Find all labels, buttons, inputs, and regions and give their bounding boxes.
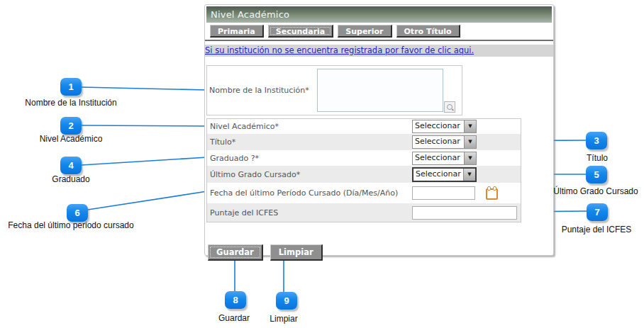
chevron-down-icon[interactable]: ▼ <box>463 169 475 181</box>
row-graduado: Graduado ?* Seleccionar ▼ <box>207 150 521 166</box>
callout-badge-5: 5 <box>586 166 607 183</box>
tab-secundaria[interactable]: Secundaria <box>268 25 333 38</box>
callout-line-2 <box>82 125 207 126</box>
callout-label-6: Fecha del último periodo cursado <box>8 220 133 230</box>
chevron-down-icon[interactable]: ▼ <box>464 152 476 164</box>
action-buttons: Guardar Limpiar <box>205 244 553 261</box>
search-icon-handle <box>452 108 454 111</box>
row-puntaje-icfes: Puntaje del ICFES <box>207 203 521 222</box>
callout-label-3: Título <box>587 153 608 163</box>
ultimo-grado-select[interactable]: Seleccionar ▼ <box>412 167 477 182</box>
nivel-academico-panel: Nivel Académico Primaria Secundaria Supe… <box>204 4 554 256</box>
tab-primaria[interactable]: Primaria <box>210 25 264 38</box>
panel-title: Nivel Académico <box>206 6 552 23</box>
row-ultimo-grado: Último Grado Cursado* Seleccionar ▼ <box>207 166 521 183</box>
callout-label-7: Puntaje del ICFES <box>562 225 632 234</box>
callout-badge-6: 6 <box>67 204 88 222</box>
chevron-down-icon[interactable]: ▼ <box>464 136 476 148</box>
form-rows: Nivel Académico* Seleccionar ▼ Título* S… <box>206 118 521 222</box>
callout-label-1: Nombre de la Institución <box>25 98 116 108</box>
registration-link-bar: Si su institución no se encuentra regist… <box>205 45 553 57</box>
titulo-label: Título* <box>207 137 412 147</box>
tab-superior[interactable]: Superior <box>338 25 392 38</box>
row-fecha-periodo: Fecha del último Período Cursado (Día/Me… <box>207 183 521 203</box>
institution-box: Nombre de la Institución* <box>206 65 462 115</box>
nivel-academico-select-value: Seleccionar <box>413 120 464 132</box>
titulo-select-value: Seleccionar <box>413 136 464 148</box>
graduado-select[interactable]: Seleccionar ▼ <box>412 152 477 165</box>
nivel-academico-label: Nivel Académico* <box>207 122 412 131</box>
clear-button[interactable]: Limpiar <box>270 244 323 261</box>
callout-label-4: Graduado <box>52 174 89 184</box>
tab-bar: Primaria Secundaria Superior Otro Título <box>205 25 553 38</box>
callout-label-9: Limpiar <box>270 314 297 324</box>
ultimo-grado-select-value: Seleccionar <box>413 169 463 181</box>
calendar-icon[interactable] <box>486 188 498 200</box>
graduado-label: Graduado ?* <box>207 154 412 163</box>
callout-badge-8: 8 <box>225 291 246 309</box>
tab-otro-titulo[interactable]: Otro Título <box>396 25 460 38</box>
puntaje-icfes-label: Puntaje del ICFES <box>207 208 412 217</box>
fecha-periodo-label: Fecha del último Período Cursado (Día/Me… <box>207 188 412 198</box>
chevron-down-icon[interactable]: ▼ <box>464 120 476 132</box>
graduado-select-value: Seleccionar <box>413 152 464 164</box>
institution-search-button[interactable] <box>444 101 455 113</box>
row-nivel-academico: Nivel Académico* Seleccionar ▼ <box>207 119 521 134</box>
callout-badge-9: 9 <box>276 292 297 310</box>
callout-label-8: Guardar <box>218 313 250 323</box>
callout-label-2: Nivel Académico <box>40 134 103 144</box>
institution-textarea[interactable] <box>317 69 443 112</box>
callout-badge-3: 3 <box>586 132 607 149</box>
ultimo-grado-label: Último Grado Cursado* <box>207 170 412 179</box>
row-titulo: Título* Seleccionar ▼ <box>207 134 521 150</box>
tab-divider <box>205 40 553 41</box>
callout-label-5: Último Grado Cursado <box>553 186 638 196</box>
puntaje-icfes-input[interactable] <box>412 206 517 220</box>
callout-badge-7: 7 <box>587 203 608 221</box>
titulo-select[interactable]: Seleccionar ▼ <box>412 135 477 149</box>
callout-line-1 <box>82 87 207 90</box>
registration-link[interactable]: Si su institución no se encuentra regist… <box>205 45 474 55</box>
save-button[interactable]: Guardar <box>208 244 263 261</box>
callout-badge-1: 1 <box>60 78 82 96</box>
institution-label: Nombre de la Institución* <box>209 68 317 113</box>
callout-line-4 <box>82 157 207 165</box>
fecha-periodo-input[interactable] <box>412 186 475 200</box>
nivel-academico-select[interactable]: Seleccionar ▼ <box>412 120 477 133</box>
callout-badge-4: 4 <box>60 157 82 174</box>
callout-line-6 <box>88 191 207 210</box>
callout-badge-2: 2 <box>60 117 82 135</box>
